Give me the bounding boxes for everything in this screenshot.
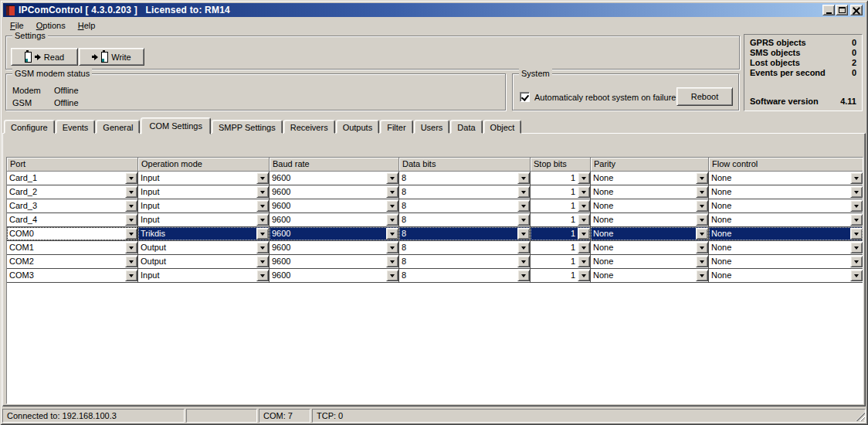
operation-mode-dropdown[interactable]: Input [138,213,270,227]
baud-rate-dropdown[interactable]: 9600 [270,269,399,283]
tab[interactable]: COM Settings [141,117,210,134]
operation-mode-dropdown[interactable]: Input [138,269,270,283]
parity-dropdown[interactable]: None [591,255,709,269]
dropdown-arrow-button[interactable] [696,228,708,240]
baud-rate-dropdown[interactable]: 9600 [270,213,399,227]
data-bits-dropdown[interactable]: 8 [399,269,531,283]
operation-mode-dropdown[interactable]: Input [138,172,270,185]
dropdown-arrow-button[interactable] [850,256,863,267]
dropdown-arrow-button[interactable] [578,256,590,267]
dropdown-arrow-button[interactable] [386,172,398,184]
port-dropdown[interactable]: Card_3 [7,199,138,213]
baud-rate-dropdown[interactable]: 9600 [270,172,399,185]
dropdown-arrow-button[interactable] [696,172,708,184]
menu-item[interactable]: Options [30,20,72,32]
dropdown-arrow-button[interactable] [256,228,269,240]
tab[interactable]: Outputs [336,120,380,134]
data-bits-dropdown[interactable]: 8 [399,227,531,241]
dropdown-arrow-button[interactable] [850,242,863,253]
tab[interactable]: SMPP Settings [212,120,283,134]
dropdown-arrow-button[interactable] [386,214,398,226]
operation-mode-dropdown[interactable]: Output [138,255,270,269]
parity-dropdown[interactable]: None [591,213,709,227]
dropdown-arrow-button[interactable] [517,214,530,226]
dropdown-arrow-button[interactable] [256,186,269,198]
dropdown-arrow-button[interactable] [256,200,269,212]
dropdown-arrow-button[interactable] [696,256,708,267]
dropdown-arrow-button[interactable] [125,242,137,253]
data-bits-dropdown[interactable]: 8 [399,213,531,227]
baud-rate-dropdown[interactable]: 9600 [270,255,399,269]
port-dropdown[interactable]: Card_1 [7,172,138,185]
dropdown-arrow-button[interactable] [578,172,590,184]
dropdown-arrow-button[interactable] [256,214,269,226]
dropdown-arrow-button[interactable] [850,214,863,226]
tab[interactable]: General [96,120,140,134]
dropdown-arrow-button[interactable] [517,228,530,240]
port-dropdown[interactable]: Card_2 [7,185,138,199]
stop-bits-dropdown[interactable]: 1 [531,255,591,269]
parity-dropdown[interactable]: None [591,269,709,283]
dropdown-arrow-button[interactable] [850,172,863,184]
tab[interactable]: Receivers [283,120,335,134]
maximize-button[interactable] [836,5,848,15]
dropdown-arrow-button[interactable] [386,228,398,240]
stop-bits-dropdown[interactable]: 1 [531,199,591,213]
dropdown-arrow-button[interactable] [125,256,137,267]
dropdown-arrow-button[interactable] [256,256,269,267]
menu-item[interactable]: Help [72,20,102,32]
dropdown-arrow-button[interactable] [517,186,530,198]
dropdown-arrow-button[interactable] [578,200,590,212]
data-bits-dropdown[interactable]: 8 [399,241,531,255]
parity-dropdown[interactable]: None [591,227,709,241]
tab[interactable]: Events [56,120,96,134]
flow-control-dropdown[interactable]: None [709,172,863,185]
dropdown-arrow-button[interactable] [696,270,708,281]
menu-item[interactable]: File [4,20,30,32]
stop-bits-dropdown[interactable]: 1 [531,241,591,255]
stop-bits-dropdown[interactable]: 1 [531,213,591,227]
flow-control-dropdown[interactable]: None [709,199,863,213]
operation-mode-dropdown[interactable]: Output [138,241,270,255]
dropdown-arrow-button[interactable] [578,228,590,240]
port-dropdown[interactable]: COM2 [7,255,138,269]
dropdown-arrow-button[interactable] [125,270,137,281]
dropdown-arrow-button[interactable] [850,186,863,198]
data-bits-dropdown[interactable]: 8 [399,255,531,269]
flow-control-dropdown[interactable]: None [709,269,863,283]
dropdown-arrow-button[interactable] [696,186,708,198]
dropdown-arrow-button[interactable] [256,242,269,253]
parity-dropdown[interactable]: None [591,241,709,255]
parity-dropdown[interactable]: None [591,199,709,213]
data-bits-dropdown[interactable]: 8 [399,172,531,185]
dropdown-arrow-button[interactable] [517,172,530,184]
dropdown-arrow-button[interactable] [386,186,398,198]
baud-rate-dropdown[interactable]: 9600 [270,227,399,241]
dropdown-arrow-button[interactable] [850,270,863,281]
data-bits-dropdown[interactable]: 8 [399,199,531,213]
dropdown-arrow-button[interactable] [696,200,708,212]
flow-control-dropdown[interactable]: None [709,213,863,227]
dropdown-arrow-button[interactable] [386,256,398,267]
port-dropdown[interactable]: COM0 [7,227,138,241]
dropdown-arrow-button[interactable] [256,270,269,281]
dropdown-arrow-button[interactable] [386,270,398,281]
flow-control-dropdown[interactable]: None [709,241,863,255]
flow-control-dropdown[interactable]: None [709,255,863,269]
dropdown-arrow-button[interactable] [517,242,530,253]
flow-control-dropdown[interactable]: None [709,185,863,199]
dropdown-arrow-button[interactable] [125,186,137,198]
parity-dropdown[interactable]: None [591,172,709,185]
dropdown-arrow-button[interactable] [386,242,398,253]
stop-bits-dropdown[interactable]: 1 [531,172,591,185]
port-dropdown[interactable]: COM3 [7,269,138,283]
tab[interactable]: Configure [4,120,55,134]
port-dropdown[interactable]: COM1 [7,241,138,255]
stop-bits-dropdown[interactable]: 1 [531,185,591,199]
parity-dropdown[interactable]: None [591,185,709,199]
write-button[interactable]: Write [79,48,144,66]
baud-rate-dropdown[interactable]: 9600 [270,199,399,213]
auto-reboot-checkbox[interactable] [520,92,530,102]
dropdown-arrow-button[interactable] [125,200,137,212]
operation-mode-dropdown[interactable]: Input [138,185,270,199]
